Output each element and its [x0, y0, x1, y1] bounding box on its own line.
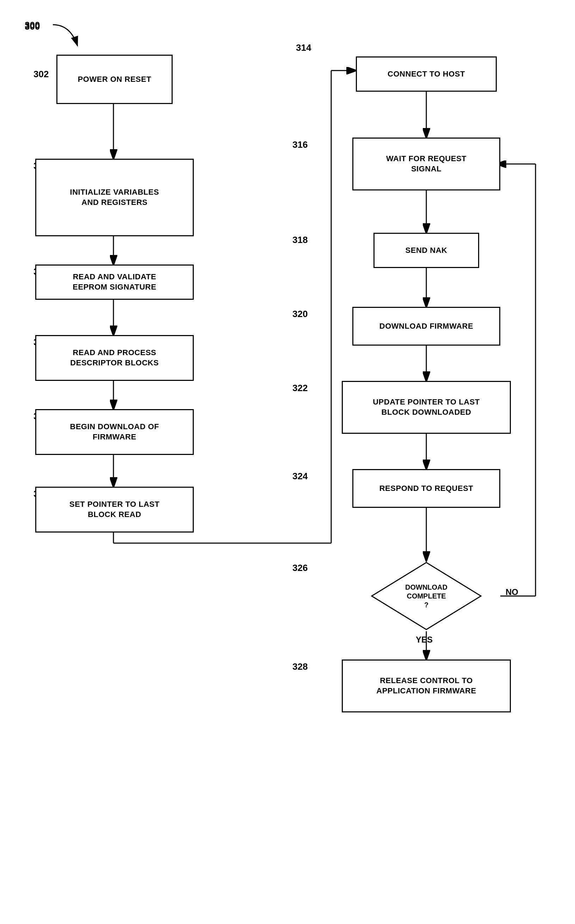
- flowchart-diagram: 300 302 POWER ON RESET 304 INITIALIZE VA…: [0, 0, 575, 924]
- update-pointer-box: UPDATE POINTER TO LASTBLOCK DOWNLOADED: [342, 381, 511, 434]
- set-pointer-box: SET POINTER TO LASTBLOCK READ: [35, 487, 194, 532]
- svg-text:COMPLETE: COMPLETE: [407, 592, 446, 600]
- label-328: 328: [292, 661, 308, 672]
- init-variables-box: INITIALIZE VARIABLESAND REGISTERS: [35, 159, 194, 236]
- label-322: 322: [292, 382, 308, 393]
- label-324: 324: [292, 471, 308, 482]
- start-arrow: 300: [17, 18, 88, 88]
- svg-text:DOWNLOAD: DOWNLOAD: [405, 583, 448, 591]
- release-control-box: RELEASE CONTROL TOAPPLICATION FIRMWARE: [342, 660, 511, 712]
- no-label: NO: [505, 587, 518, 597]
- read-process-box: READ AND PROCESSDESCRIPTOR BLOCKS: [35, 335, 194, 381]
- label-318: 318: [292, 234, 308, 245]
- label-314: 314: [296, 42, 311, 53]
- download-firmware-box: DOWNLOAD FIRMWARE: [352, 307, 500, 346]
- label-326: 326: [292, 562, 308, 574]
- yes-label: YES: [416, 635, 433, 645]
- label-320: 320: [292, 309, 308, 320]
- send-nak-box: SEND NAK: [373, 233, 479, 268]
- read-validate-box: READ AND VALIDATEEEPROM SIGNATURE: [35, 264, 194, 300]
- svg-text:?: ?: [424, 601, 429, 609]
- respond-request-box: RESPOND TO REQUEST: [352, 469, 500, 508]
- connect-host-box: CONNECT TO HOST: [356, 56, 497, 92]
- label-316: 316: [292, 139, 308, 150]
- wait-request-box: WAIT FOR REQUESTSIGNAL: [352, 137, 500, 190]
- download-complete-diamond: DOWNLOAD COMPLETE ?: [370, 561, 483, 631]
- svg-text:300: 300: [25, 20, 40, 30]
- begin-download-box: BEGIN DOWNLOAD OFFIRMWARE: [35, 409, 194, 455]
